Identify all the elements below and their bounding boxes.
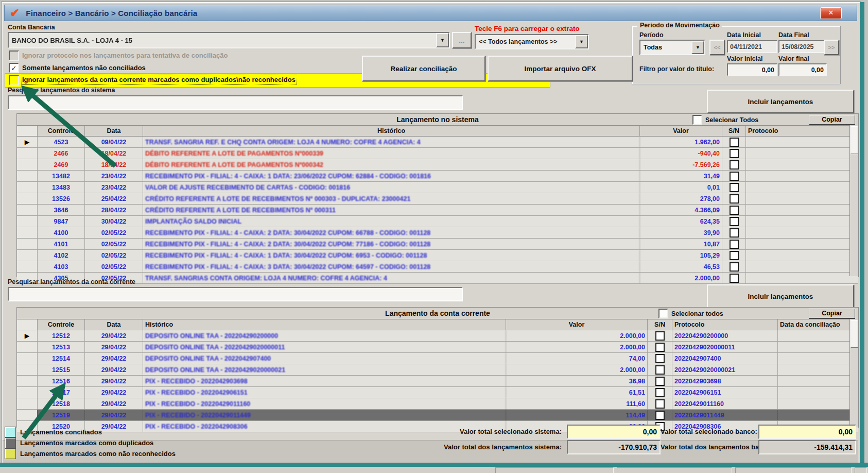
previous-period-button[interactable]: << (709, 40, 725, 55)
column-header-data-conciliacao[interactable]: Data da conciliação (778, 319, 850, 330)
column-header-historico[interactable]: Histórico (143, 126, 640, 136)
bank-select-all[interactable]: Selecionar todos (658, 309, 723, 318)
table-row[interactable]: 1251629/04/22PIX - RECEBIDO - 2022042903… (17, 376, 858, 387)
sn-checkbox[interactable] (730, 251, 739, 260)
table-row[interactable]: 1251829/04/22PIX - RECEBIDO - 2022042901… (17, 398, 858, 410)
cell-historico: DÉBITO REFERENTE A LOTE DE PAGAMENTOS Nº… (143, 159, 640, 170)
sn-checkbox[interactable] (730, 262, 739, 272)
chevron-down-icon[interactable]: ▼ (436, 33, 449, 47)
cell-data: 18/04/22 (85, 159, 143, 170)
legend-label: Lançamentos marcados como não reconhecid… (20, 450, 176, 458)
sn-checkbox[interactable] (730, 228, 739, 238)
scrollbar-thumb[interactable] (850, 320, 858, 348)
table-row[interactable]: 1352625/04/22CRÉDITO REFERENTE A LOTE DE… (17, 193, 858, 205)
table-row[interactable]: 364628/04/22CRÉDITO REFERENTE A LOTE DE … (17, 205, 858, 216)
scrollbar-thumb[interactable] (850, 126, 858, 154)
table-row[interactable]: 1251529/04/22DEPOSITO ONLINE TAA - 20220… (17, 364, 858, 376)
cell-data: 02/05/22 (85, 250, 143, 261)
cell-valor: -940,40 (640, 148, 722, 159)
cell-historico: CRÉDITO REFERENTE A LOTE DE RECEBIMENTOS… (143, 193, 640, 204)
sn-checkbox[interactable] (730, 138, 739, 147)
column-header-sn[interactable]: S/N (722, 126, 746, 136)
bank-table-scrollbar[interactable] (849, 319, 858, 427)
account-browse-button[interactable]: ... (452, 32, 472, 48)
end-date-field[interactable]: 15/08/2025 (778, 40, 827, 53)
table-row[interactable]: 1348223/04/22RECEBIMENTO PIX - FILIAL: 4… (17, 171, 858, 182)
select-all-checkbox[interactable] (658, 309, 668, 318)
table-row[interactable]: 984730/04/22IMPLANTAÇÃO SALDO INICIAL624… (17, 216, 858, 227)
reconcile-button[interactable]: Realizar conciliação (362, 56, 485, 81)
ignore-marked-checkbox[interactable] (9, 75, 19, 86)
sn-checkbox[interactable] (655, 377, 665, 386)
column-header-protocolo[interactable]: Protocolo (746, 126, 850, 136)
cell-controle: 12516 (38, 376, 85, 386)
cell-protocolo (746, 205, 850, 215)
table-row[interactable]: 246918/04/22DÉBITO REFERENTE A LOTE DE P… (17, 159, 858, 171)
table-row[interactable]: 410302/05/22RECEBIMENTO PIX - FILIAL: 4 … (17, 261, 858, 273)
bank-include-button[interactable]: Incluir lançamentos (707, 284, 854, 308)
table-row[interactable]: 1251429/04/22DEPOSITO ONLINE TAA - 20220… (17, 353, 858, 364)
cell-sn (722, 137, 746, 147)
bank-copy-button[interactable]: Copiar (809, 309, 855, 319)
column-header-historico[interactable]: Histórico (143, 319, 506, 330)
system-select-all[interactable]: Selecionar Todos (692, 115, 758, 125)
check-icon: ✓ (11, 64, 17, 72)
column-header-sn[interactable]: S/N (648, 319, 672, 330)
sn-checkbox[interactable] (655, 388, 665, 397)
sn-checkbox[interactable] (655, 411, 665, 420)
sn-checkbox[interactable] (655, 354, 665, 363)
only-unreconciled-checkbox[interactable]: ✓ (9, 63, 19, 73)
next-period-button[interactable]: >> (824, 40, 839, 55)
start-date-field[interactable]: 04/11/2021 (727, 40, 777, 53)
table-row[interactable]: 410002/05/22RECEBIMENTO PIX - FILIAL: 4 … (17, 227, 858, 239)
sn-checkbox[interactable] (730, 240, 739, 249)
column-header-controle[interactable]: Controle (38, 319, 85, 330)
column-header-protocolo[interactable]: Protocolo (672, 319, 778, 330)
table-row[interactable]: 246618/04/22DÉBITO REFERENTE A LOTE DE P… (17, 148, 858, 159)
table-row[interactable]: 1251929/04/22PIX - RECEBIDO - 2022042901… (17, 410, 858, 421)
sn-checkbox[interactable] (730, 172, 739, 181)
extract-filter-select[interactable]: << Todos lançamentos >> ▼ (475, 34, 589, 49)
system-include-button[interactable]: Incluir lançamentos (707, 90, 854, 113)
sn-checkbox[interactable] (730, 183, 739, 192)
initial-value-field[interactable]: 0,00 (727, 63, 777, 76)
select-all-checkbox[interactable] (692, 115, 702, 125)
table-row[interactable]: 1251329/04/22DEPOSITO ONLINE TAA - 20220… (17, 342, 858, 353)
table-row[interactable]: 410202/05/22RECEBIMENTO PIX - FILIAL: 4 … (17, 250, 858, 261)
system-table-scrollbar[interactable] (849, 125, 858, 276)
chevron-down-icon[interactable]: ▼ (575, 35, 588, 48)
sn-checkbox[interactable] (730, 274, 739, 283)
cell-data: 23/04/22 (85, 171, 143, 181)
table-row[interactable]: 430502/05/22TRANSF. SANGRIAS CONTA ORIGE… (17, 273, 858, 284)
column-header-controle[interactable]: Controle (38, 126, 85, 136)
chevron-down-icon[interactable]: ▼ (691, 41, 704, 54)
sn-checkbox[interactable] (655, 399, 665, 409)
sn-checkbox[interactable] (730, 194, 739, 204)
sn-checkbox[interactable] (655, 331, 665, 341)
table-row[interactable]: 1251729/04/22PIX - RECEBIDO - 2022042906… (17, 387, 858, 398)
table-row[interactable]: 410102/05/22RECEBIMENTO PIX - FILIAL: 4 … (17, 239, 858, 250)
column-header-data[interactable]: Data (85, 319, 143, 330)
final-value-field[interactable]: 0,00 (778, 63, 827, 76)
sn-checkbox[interactable] (655, 343, 665, 352)
table-row[interactable]: 1348323/04/22VALOR DE AJUSTE RECEBIMENTO… (17, 182, 858, 193)
ignore-protocol-checkbox[interactable] (9, 50, 19, 61)
table-row[interactable]: ▶452309/04/22TRANSF. SANGRIA REF. E CHQ … (17, 137, 858, 148)
bank-search-input[interactable] (8, 287, 463, 301)
sn-checkbox[interactable] (655, 365, 665, 375)
cell-valor: 31,49 (640, 171, 722, 181)
sn-checkbox[interactable] (730, 160, 739, 170)
sn-checkbox[interactable] (730, 217, 739, 226)
table-row[interactable]: ▶1251229/04/22DEPOSITO ONLINE TAA - 2022… (17, 330, 858, 342)
close-button[interactable]: ✕ (820, 7, 842, 19)
sn-checkbox[interactable] (730, 149, 739, 158)
column-header-data[interactable]: Data (85, 126, 143, 136)
column-header-valor[interactable]: Valor (506, 319, 648, 330)
column-header-valor[interactable]: Valor (640, 126, 722, 136)
import-ofx-button[interactable]: Importar arquivo OFX (488, 56, 633, 81)
sn-checkbox[interactable] (730, 206, 739, 215)
period-select[interactable]: Todas ▼ (639, 40, 705, 55)
system-copy-button[interactable]: Copiar (809, 115, 855, 125)
system-search-input[interactable] (8, 95, 463, 110)
bank-account-select[interactable]: BANCO DO BRASIL S.A. - LOJA 4 - 15 ▼ (8, 32, 450, 48)
